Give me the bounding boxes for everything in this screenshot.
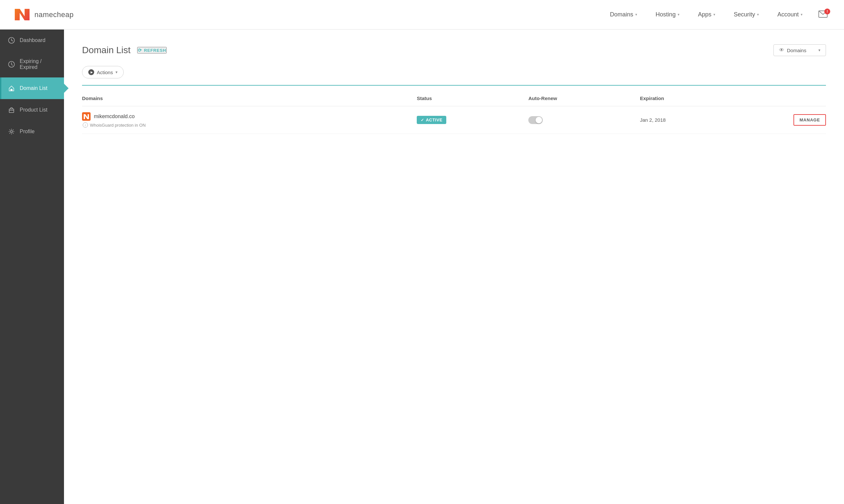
- toggle-knob: [536, 117, 542, 123]
- table-row: mikemcdonald.co i WhoisGuard protection …: [82, 106, 826, 134]
- play-icon: ▶: [88, 69, 94, 75]
- col-header-action: [774, 92, 826, 106]
- col-header-expiration: Expiration: [640, 92, 774, 106]
- chevron-down-icon: ▾: [819, 48, 820, 53]
- chevron-down-icon: ▾: [678, 13, 680, 17]
- refresh-button[interactable]: ⟳ REFRESH: [137, 47, 167, 53]
- action-cell: MANAGE: [774, 106, 826, 134]
- sidebar-label-dashboard: Dashboard: [20, 37, 45, 43]
- chevron-down-icon: ▾: [115, 70, 118, 74]
- info-icon: i: [83, 122, 88, 128]
- svg-rect-4: [9, 109, 14, 112]
- table-divider: [82, 85, 826, 86]
- sidebar-item-dashboard[interactable]: Dashboard: [0, 30, 64, 51]
- sidebar-item-profile[interactable]: Profile: [0, 121, 64, 142]
- nav-hosting[interactable]: Hosting ▾: [646, 0, 689, 30]
- nav-account[interactable]: Account ▾: [768, 0, 812, 30]
- sidebar-item-domain-list[interactable]: Domain List: [0, 77, 64, 99]
- col-header-status: Status: [417, 92, 528, 106]
- sidebar-label-product-list: Product List: [20, 107, 47, 113]
- page-header: Domain List ⟳ REFRESH 👁 Domains ▾: [82, 44, 826, 56]
- svg-rect-3: [11, 89, 13, 91]
- dashboard-icon: [8, 37, 15, 44]
- whoisguard-row: i WhoisGuard protection in ON: [82, 122, 417, 128]
- nav-apps[interactable]: Apps ▾: [689, 0, 724, 30]
- domain-name[interactable]: mikemcdonald.co: [94, 113, 135, 120]
- page-title: Domain List: [82, 45, 131, 55]
- expiration-date: Jan 2, 2018: [640, 117, 665, 123]
- logo-text: namecheap: [34, 11, 73, 19]
- expiration-cell: Jan 2, 2018: [640, 106, 774, 134]
- chevron-down-icon: ▾: [801, 13, 803, 17]
- check-icon: ✓: [421, 118, 424, 122]
- sidebar-label-profile: Profile: [20, 129, 34, 134]
- app-layout: Dashboard Expiring / Expired Domain List: [0, 30, 844, 504]
- domain-name-cell: mikemcdonald.co i WhoisGuard protection …: [82, 112, 417, 128]
- autorenew-cell: [528, 106, 640, 134]
- sidebar-item-expiring[interactable]: Expiring / Expired: [0, 51, 64, 77]
- whoisguard-text: WhoisGuard protection in ON: [90, 123, 146, 128]
- domain-brand-icon: [82, 112, 91, 121]
- chevron-down-icon: ▾: [757, 13, 759, 17]
- sidebar-label-expiring: Expiring / Expired: [20, 58, 57, 70]
- nav-domains[interactable]: Domains ▾: [601, 0, 646, 30]
- actions-button[interactable]: ▶ Actions ▾: [82, 66, 124, 78]
- profile-icon: [8, 128, 15, 135]
- domain-cell: mikemcdonald.co i WhoisGuard protection …: [82, 106, 417, 134]
- actions-bar: ▶ Actions ▾: [82, 66, 826, 78]
- logo[interactable]: namecheap: [13, 7, 73, 22]
- chevron-down-icon: ▾: [713, 13, 715, 17]
- page-title-area: Domain List ⟳ REFRESH: [82, 45, 167, 55]
- mail-button[interactable]: !: [815, 11, 831, 19]
- domain-table: Domains Status Auto-Renew Expiration: [82, 92, 826, 134]
- sidebar: Dashboard Expiring / Expired Domain List: [0, 30, 64, 504]
- expiring-icon: [8, 61, 15, 68]
- logo-icon: [13, 7, 31, 22]
- chevron-down-icon: ▾: [635, 13, 637, 17]
- status-badge: ✓ ACTIVE: [417, 116, 446, 124]
- sidebar-item-product-list[interactable]: Product List: [0, 99, 64, 121]
- nav-security[interactable]: Security ▾: [724, 0, 768, 30]
- col-header-domains: Domains: [82, 92, 417, 106]
- status-cell: ✓ ACTIVE: [417, 106, 528, 134]
- sidebar-label-domain-list: Domain List: [20, 85, 47, 91]
- manage-button[interactable]: MANAGE: [793, 114, 826, 126]
- domain-name-row: mikemcdonald.co: [82, 112, 417, 121]
- domain-list-icon: [8, 85, 15, 92]
- product-list-icon: [8, 106, 15, 113]
- main-content: Domain List ⟳ REFRESH 👁 Domains ▾ ▶ Acti…: [64, 30, 844, 504]
- mail-badge: !: [824, 8, 830, 15]
- col-header-autorenew: Auto-Renew: [528, 92, 640, 106]
- top-navigation: namecheap Domains ▾ Hosting ▾ Apps ▾ Sec…: [0, 0, 844, 30]
- autorenew-toggle[interactable]: [528, 116, 543, 124]
- eye-icon: 👁: [779, 47, 784, 53]
- domains-filter-dropdown[interactable]: 👁 Domains ▾: [773, 44, 826, 56]
- svg-point-5: [11, 131, 13, 132]
- refresh-icon: ⟳: [138, 48, 142, 53]
- nav-links: Domains ▾ Hosting ▾ Apps ▾ Security ▾ Ac…: [601, 0, 831, 30]
